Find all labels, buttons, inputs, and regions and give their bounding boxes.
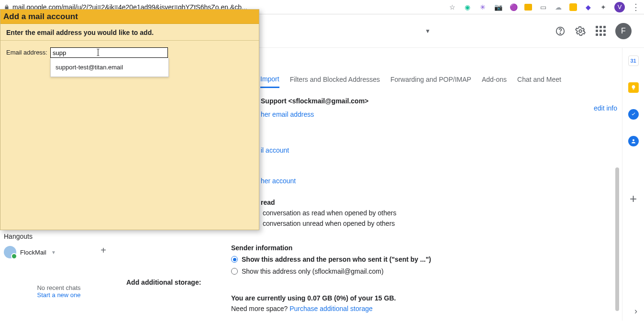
ext-window-icon[interactable]: ▭: [539, 3, 547, 11]
settings-content: Support <sflockmail@gmail.com> her email…: [231, 96, 614, 314]
mark-read-opt2: conversation unread when opened by other…: [263, 218, 614, 229]
email-address-input[interactable]: [50, 47, 168, 58]
storage-more-text: Need more space?: [231, 305, 289, 312]
keep-icon[interactable]: [628, 82, 639, 93]
purchase-storage-link[interactable]: Purchase additional storage: [289, 305, 373, 312]
settings-gear-icon[interactable]: [575, 26, 586, 36]
vertical-scrollbar[interactable]: [615, 167, 619, 311]
tab-accounts-import[interactable]: Import: [260, 75, 279, 88]
storage-section-label: Add additional storage:: [126, 278, 201, 286]
side-panel-collapse-icon[interactable]: ›: [634, 306, 637, 316]
hangouts-avatar-icon: [4, 246, 16, 258]
add-another-email-link[interactable]: her email address: [261, 109, 614, 120]
hangouts-username: FlockMail: [20, 249, 46, 256]
hangouts-new-chat-icon[interactable]: +: [100, 245, 106, 256]
ext-camera-icon[interactable]: 📷: [494, 3, 502, 11]
hangouts-empty-text: No recent chats: [37, 284, 80, 291]
ext-box-icon[interactable]: [569, 3, 577, 11]
ext-yellow-icon[interactable]: [524, 4, 532, 11]
email-address-label: Email address:: [6, 47, 47, 56]
ext-grammarly-icon[interactable]: ◉: [463, 3, 472, 11]
storage-usage-line: You are currently using 0.07 GB (0%) of …: [231, 294, 396, 302]
sender-info-opt1[interactable]: Show this address and the person who sen…: [231, 254, 614, 265]
sender-info-heading: Sender information: [231, 243, 614, 253]
hangouts-title: Hangouts: [4, 233, 114, 240]
add-mail-account-modal: Add a mail account Enter the email addre…: [0, 9, 259, 230]
svg-point-1: [560, 33, 560, 33]
modal-title: Add a mail account: [0, 10, 259, 24]
star-icon[interactable]: ☆: [448, 3, 456, 11]
google-apps-icon[interactable]: [595, 26, 606, 36]
svg-point-3: [633, 139, 634, 141]
svg-point-2: [579, 30, 582, 33]
ext-cloud-icon[interactable]: ☁: [554, 3, 563, 11]
ext-palette-icon[interactable]: 🟣: [509, 3, 518, 11]
support-icon[interactable]: [555, 26, 566, 36]
ext-snowflake-icon[interactable]: ✳: [478, 3, 487, 11]
modal-subtitle: Enter the email address you would like t…: [0, 24, 259, 41]
add-other-account-link[interactable]: her account: [261, 176, 614, 186]
send-as-address: Support <sflockmail@gmail.com>: [261, 96, 614, 106]
search-dropdown-caret-icon[interactable]: ▼: [425, 28, 431, 34]
calendar-icon[interactable]: 31: [628, 56, 639, 66]
tasks-icon[interactable]: [628, 109, 639, 120]
ext-diamond-icon[interactable]: ◆: [584, 3, 592, 11]
side-panel: 31 +: [622, 48, 644, 321]
extensions-puzzle-icon[interactable]: ✦: [599, 3, 608, 11]
account-avatar[interactable]: F: [615, 23, 632, 39]
tab-chat-meet[interactable]: Chat and Meet: [517, 76, 561, 87]
side-panel-add-icon[interactable]: +: [630, 191, 637, 206]
tab-forwarding[interactable]: Forwarding and POP/IMAP: [390, 76, 471, 87]
mark-as-read-heading: read: [261, 197, 614, 208]
sender-info-opt2[interactable]: Show this address only (sflockmail@gmail…: [231, 266, 614, 277]
tab-filters[interactable]: Filters and Blocked Addresses: [290, 76, 380, 87]
radio-checked-icon[interactable]: [231, 256, 238, 263]
chrome-menu-icon[interactable]: ⋮: [632, 2, 640, 12]
mark-read-opt1: conversation as read when opened by othe…: [263, 208, 614, 218]
add-mail-account-link[interactable]: il account: [261, 145, 614, 155]
hangouts-user-row[interactable]: FlockMail ▼: [4, 246, 114, 258]
hangouts-user-caret-icon[interactable]: ▼: [51, 250, 56, 255]
sender-info-opt2-label: Show this address only (sflockmail@gmail…: [242, 266, 384, 277]
radio-unchecked-icon[interactable]: [231, 268, 238, 275]
tab-addons[interactable]: Add-ons: [482, 76, 507, 87]
chrome-profile-avatar[interactable]: V: [614, 2, 625, 12]
autocomplete-suggestion[interactable]: support-test@titan.email: [50, 58, 169, 77]
hangouts-start-link[interactable]: Start a new one: [4, 291, 114, 299]
sender-info-opt1-label: Show this address and the person who sen…: [242, 254, 431, 265]
contacts-icon[interactable]: [628, 136, 639, 146]
hangouts-panel: Hangouts FlockMail ▼ + No recent chats S…: [4, 233, 114, 299]
browser-toolbar: ☆ ◉ ✳ 📷 🟣 ▭ ☁ ◆ ✦ V ⋮: [448, 2, 640, 12]
